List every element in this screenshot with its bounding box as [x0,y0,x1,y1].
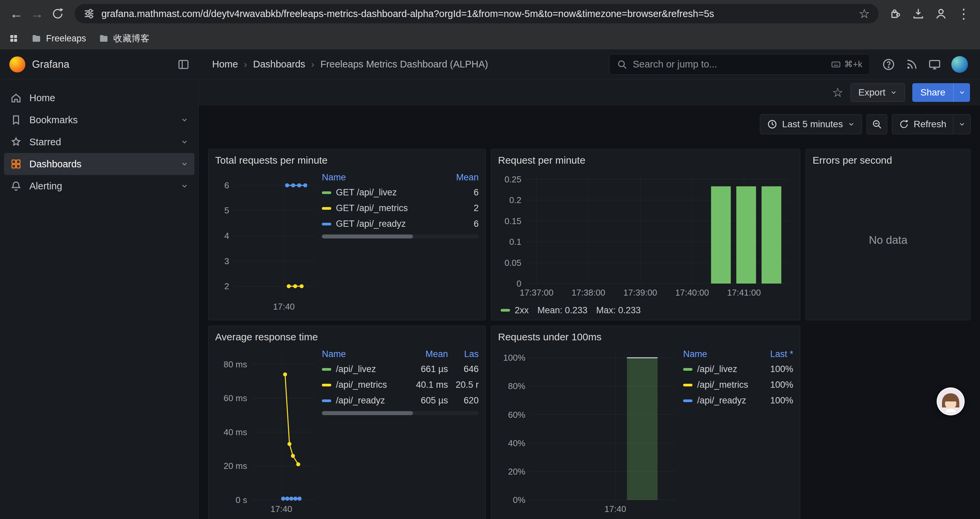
series-mean: 661 µs [405,364,448,374]
panel-title[interactable]: Request per minute [498,155,793,167]
nav-sidebar: Home Bookmarks Starred [0,80,199,519]
panel-title[interactable]: Average response time [215,331,479,343]
refresh-button[interactable]: Refresh [892,114,953,134]
series-last: 100% [750,380,793,390]
bookmark-folder-freeleaps[interactable]: Freeleaps [31,34,86,44]
legend-row: /api/_metrics 100% [683,377,793,393]
folder-icon [31,34,41,43]
address-bar[interactable]: grafana.mathmast.com/d/deytv4rwavabkb/fr… [75,4,878,23]
svg-text:17:40: 17:40 [270,504,292,514]
star-icon [10,136,22,148]
export-label: Export [858,87,885,98]
bar-chart-under-100ms[interactable]: 17:40100%80%60%40%20%0% [498,347,679,515]
share-button[interactable]: Share [912,83,953,102]
legend-col-last[interactable]: Las [448,349,479,359]
series-mean: 605 µs [405,395,448,406]
series-mean: 40.1 ms [405,380,448,390]
share-menu-button[interactable] [953,83,970,102]
help-button[interactable] [882,58,895,71]
bookmark-label: Freeleaps [46,34,86,44]
legend-scrollbar[interactable] [322,235,479,238]
legend-col-name[interactable]: Name [322,172,448,183]
sidebar-item-bookmarks[interactable]: Bookmarks [4,109,194,131]
brand-name: Grafana [32,58,69,70]
panel-title[interactable]: Requests under 100ms [498,331,793,343]
url-text[interactable]: grafana.mathmast.com/d/deytv4rwavabkb/fr… [102,8,852,19]
share-label: Share [920,87,945,98]
monitor-icon [928,58,941,71]
legend-table: Name Mean Las /api/_livez 661 µs 646 [322,347,479,515]
series-name: /api/_livez [336,364,376,374]
sidebar-item-starred[interactable]: Starred [4,131,194,153]
share-split-button: Share [912,83,970,102]
bookmark-star-icon[interactable]: ☆ [859,6,870,21]
legend-col-mean[interactable]: Mean [405,349,448,359]
display-button[interactable] [928,58,941,71]
site-settings-icon[interactable] [83,8,95,19]
kebab-icon: ⋮ [957,6,970,21]
svg-text:0.15: 0.15 [504,216,521,226]
svg-text:4: 4 [224,231,229,241]
forward-icon: → [30,6,44,21]
svg-text:17:37:00: 17:37:00 [520,287,554,297]
legend-col-mean[interactable]: Mean [448,172,479,183]
export-button[interactable]: Export [851,83,905,102]
chevron-down-icon[interactable] [180,160,188,168]
legend-scrollbar[interactable] [322,411,479,415]
scrollbar-thumb[interactable] [322,411,413,415]
toolbar-actions: ⋮ [886,4,973,23]
browser-menu-button[interactable]: ⋮ [954,4,973,23]
sidebar-item-home[interactable]: Home [4,87,194,109]
legend-col-name[interactable]: Name [683,349,750,359]
chevron-down-icon [958,121,966,128]
time-range-picker[interactable]: Last 5 minutes [760,114,862,134]
line-chart-total-requests[interactable]: 17:4065432 [215,170,318,313]
forward-button[interactable]: → [27,4,47,23]
assistant-avatar-button[interactable] [937,387,965,415]
chevron-down-icon[interactable] [180,182,188,190]
series-swatch [322,223,331,225]
downloads-button[interactable] [908,4,928,23]
grafana-logo[interactable] [10,56,25,72]
panel-title[interactable]: Total requests per minute [215,155,479,167]
series-swatch [683,399,692,402]
extensions-button[interactable] [886,4,905,23]
avatar-face-icon [938,388,964,414]
user-avatar[interactable] [951,56,968,73]
legend-col-last[interactable]: Last * [750,349,793,359]
grafana-header-left: Grafana [0,50,199,79]
news-button[interactable] [905,58,918,71]
chevron-down-icon[interactable] [180,138,188,146]
profile-icon [935,7,947,20]
panel-grid: Total requests per minute 17:4065432 Nam… [199,149,980,519]
sidebar-item-alerting[interactable]: Alerting [4,175,194,197]
back-button[interactable]: ← [7,4,26,23]
chevron-down-icon[interactable] [180,116,188,124]
zoom-out-button[interactable] [867,114,887,134]
panel-toggle-icon [177,58,189,70]
search-input[interactable]: Search or jump to... ⌘+k [609,54,870,75]
sidebar-item-dashboards[interactable]: Dashboards [4,153,194,175]
breadcrumb-home[interactable]: Home [212,59,238,70]
favorite-star-button[interactable]: ☆ [832,85,843,100]
reload-button[interactable] [48,4,67,23]
profile-button[interactable] [931,4,951,23]
series-mean: 6 [448,219,479,229]
svg-text:60%: 60% [508,410,525,420]
svg-text:40 ms: 40 ms [223,427,247,437]
sidebar-item-label: Starred [29,137,61,148]
series-last: 100% [750,395,793,406]
panel-title[interactable]: Errors per second [813,155,964,167]
legend-table: Name Last * /api/_livez 100% /api/_metri… [683,347,793,515]
breadcrumb-dashboards[interactable]: Dashboards [253,59,305,70]
panel-requests-under-100ms: Requests under 100ms 17:40100%80%60%40%2… [491,326,800,519]
bookmark-folder-blogs[interactable]: 收藏博客 [99,32,150,45]
refresh-interval-button[interactable] [953,114,970,134]
svg-text:60 ms: 60 ms [223,393,247,403]
bar-chart-requests[interactable]: 17:37:0017:38:0017:39:0017:40:0017:41:00… [498,170,792,299]
legend-col-name[interactable]: Name [322,349,405,359]
scrollbar-thumb[interactable] [322,235,413,238]
line-chart-response-time[interactable]: 17:4080 ms60 ms40 ms20 ms0 s [215,347,318,515]
sidebar-toggle-button[interactable] [177,58,189,70]
apps-grid-icon[interactable] [9,34,19,43]
